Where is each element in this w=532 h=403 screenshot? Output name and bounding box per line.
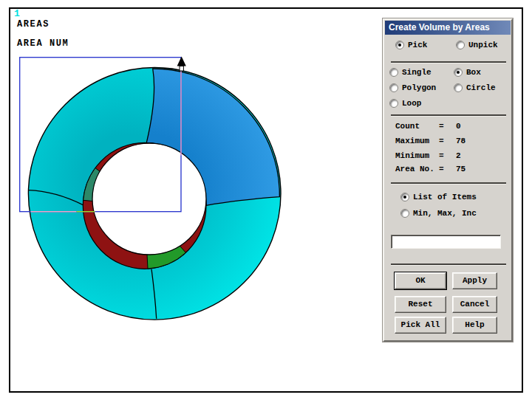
separator xyxy=(391,61,506,63)
radio-single[interactable]: Single xyxy=(389,67,432,78)
item-list-input[interactable] xyxy=(391,235,501,249)
radio-pick[interactable]: Pick xyxy=(395,40,427,50)
annotation-area-num: AREA NUM xyxy=(17,38,69,49)
help-button[interactable]: Help xyxy=(452,317,497,334)
ok-button[interactable]: OK xyxy=(395,272,446,289)
radio-box-label: Box xyxy=(466,68,481,77)
stat-area-no: Area No. = 75 xyxy=(395,165,466,175)
stat-maximum: Maximum = 78 xyxy=(395,137,466,147)
radio-circle[interactable]: Circle xyxy=(454,83,496,93)
create-volume-by-areas-dialog: Create Volume by Areas Pick Unpick Singl… xyxy=(383,18,513,342)
radio-loop-circle xyxy=(389,99,398,108)
radio-list-of-items-label: List of Items xyxy=(413,193,477,202)
radio-circle-label: Circle xyxy=(466,83,496,92)
radio-polygon[interactable]: Polygon xyxy=(389,83,436,93)
application-screen: 1 AREAS AREA NUM Create Volume by Areas … xyxy=(0,0,532,403)
radio-unpick-label: Unpick xyxy=(468,41,498,49)
apply-button[interactable]: Apply xyxy=(452,272,497,289)
radio-circle-circle xyxy=(454,83,463,92)
separator xyxy=(391,114,506,116)
radio-single-label: Single xyxy=(402,68,432,77)
stat-minimum: Minimum = 2 xyxy=(395,151,461,162)
radio-box[interactable]: Box xyxy=(454,67,481,78)
radio-list-of-items-circle xyxy=(400,193,409,202)
radio-loop-label: Loop xyxy=(402,99,421,108)
radio-unpick[interactable]: Unpick xyxy=(456,40,498,50)
plot-id-label: 1 xyxy=(14,8,20,19)
radio-loop[interactable]: Loop xyxy=(389,98,421,108)
radio-polygon-circle xyxy=(389,83,398,92)
reset-button[interactable]: Reset xyxy=(395,296,446,313)
cancel-button[interactable]: Cancel xyxy=(452,296,497,313)
radio-min-max-inc[interactable]: Min, Max, Inc xyxy=(400,208,477,218)
radio-box-circle xyxy=(454,68,463,77)
annotation-areas: AREAS xyxy=(17,19,50,30)
pick-all-button[interactable]: Pick All xyxy=(395,317,446,334)
radio-polygon-label: Polygon xyxy=(402,83,436,92)
radio-pick-label: Pick xyxy=(408,41,427,49)
radio-single-circle xyxy=(389,68,398,77)
radio-pick-circle xyxy=(395,41,404,49)
separator xyxy=(391,264,506,265)
radio-list-of-items[interactable]: List of Items xyxy=(400,192,477,202)
separator xyxy=(391,182,506,184)
radio-unpick-circle xyxy=(456,41,465,49)
radio-min-max-inc-label: Min, Max, Inc xyxy=(413,209,477,218)
stat-count: Count = 0 xyxy=(395,122,461,132)
radio-min-max-inc-circle xyxy=(400,209,409,218)
dialog-titlebar[interactable]: Create Volume by Areas xyxy=(385,21,511,35)
